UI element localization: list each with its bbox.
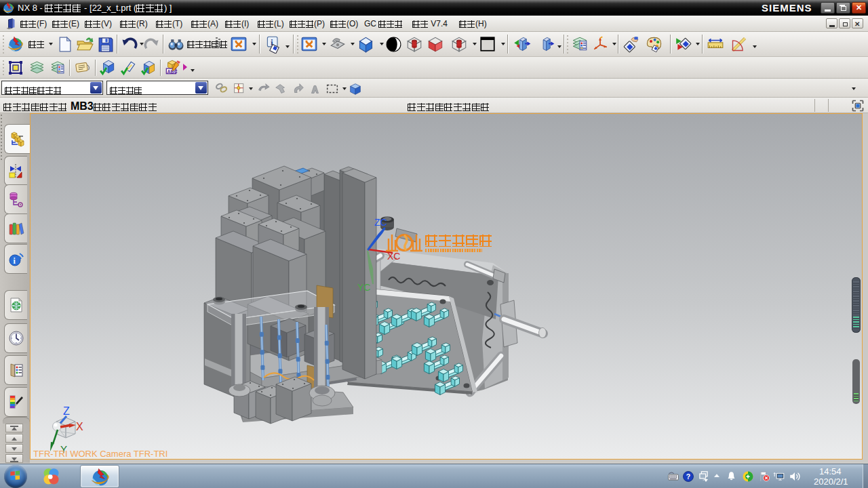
svg-text:?: ?: [686, 472, 690, 481]
svg-text:Z: Z: [63, 405, 70, 417]
svg-text:X: X: [76, 421, 83, 432]
svg-text:ZC: ZC: [374, 217, 387, 228]
svg-text:YC: YC: [357, 282, 370, 293]
